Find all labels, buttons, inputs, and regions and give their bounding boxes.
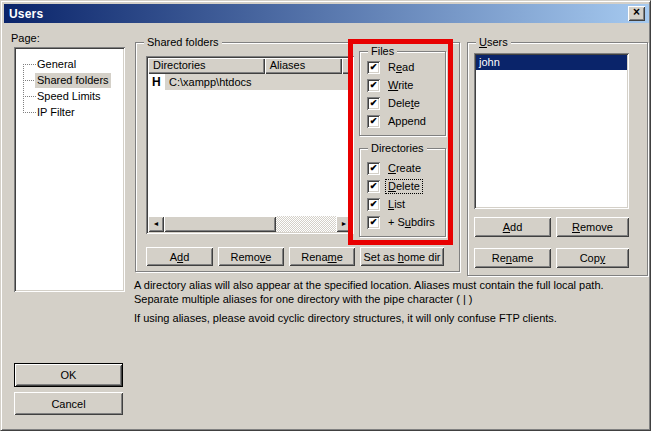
scrollbar-thumb[interactable] <box>164 216 276 232</box>
add-directory-button[interactable]: Add <box>146 247 213 266</box>
button-label: Copy <box>580 252 606 264</box>
title-bar[interactable]: Users × <box>4 4 649 23</box>
scroll-right-icon: ► <box>341 216 348 232</box>
scroll-left-icon: ◄ <box>153 216 160 232</box>
users-list[interactable]: john <box>474 53 629 209</box>
user-item-john[interactable]: john <box>476 55 627 70</box>
dialog-title: Users <box>4 7 43 21</box>
button-label: Rename <box>301 251 343 263</box>
page-item-speed-limits[interactable]: Speed Limits <box>37 89 101 104</box>
button-label: Rename <box>492 252 534 264</box>
remove-user-button[interactable]: Remove <box>556 217 629 237</box>
home-flag: H <box>152 74 161 90</box>
column-header-aliases[interactable]: Aliases <box>265 58 342 74</box>
page-item-ip-filter[interactable]: IP Filter <box>37 105 75 120</box>
add-user-button[interactable]: Add <box>474 217 551 237</box>
alias-note-paragraph1: A directory alias will also appear at th… <box>134 278 650 306</box>
remove-directory-button[interactable]: Remove <box>218 247 284 266</box>
scroll-left-button[interactable]: ◄ <box>148 216 164 232</box>
alias-notes: A directory alias will also appear at th… <box>134 278 650 325</box>
users-dialog: Users × Page: General Shared folders Spe… <box>0 0 651 431</box>
alias-note-paragraph2: If using aliases, please avoid cyclic di… <box>134 311 650 325</box>
set-as-home-dir-button[interactable]: Set as home dir <box>360 247 444 266</box>
tree-connector <box>23 64 36 65</box>
rename-user-button[interactable]: Rename <box>474 248 551 268</box>
rename-directory-button[interactable]: Rename <box>289 247 355 266</box>
cancel-button[interactable]: Cancel <box>14 392 123 415</box>
copy-user-button[interactable]: Copy <box>556 248 629 268</box>
shared-folders-group-label: Shared folders <box>144 36 222 49</box>
list-header: Directories Aliases <box>148 58 352 74</box>
annotation-rectangle <box>348 39 453 245</box>
page-item-shared-folders[interactable]: Shared folders <box>35 73 111 88</box>
button-label: Add <box>503 221 523 233</box>
page-label: Page: <box>11 32 40 44</box>
ok-button[interactable]: OK <box>14 363 123 387</box>
button-label: Add <box>170 251 190 263</box>
button-label: Remove <box>572 221 613 233</box>
horizontal-scrollbar[interactable]: ◄ ► <box>148 216 352 232</box>
close-button[interactable]: × <box>628 6 645 21</box>
button-label: Remove <box>231 251 272 263</box>
button-label: Set as home dir <box>363 251 440 263</box>
users-group-label: Users <box>476 36 511 49</box>
column-header-directories[interactable]: Directories <box>148 58 265 74</box>
directory-path: C:\xampp\htdocs <box>169 74 252 90</box>
directory-row[interactable]: H C:\xampp\htdocs <box>148 74 352 90</box>
tree-line <box>23 64 24 113</box>
tree-connector <box>23 96 36 97</box>
close-icon: × <box>633 5 640 19</box>
page-item-general[interactable]: General <box>37 57 76 72</box>
tree-connector <box>23 112 36 113</box>
shared-folders-list[interactable]: Directories Aliases H C:\xampp\htdocs ◄ … <box>146 56 354 234</box>
